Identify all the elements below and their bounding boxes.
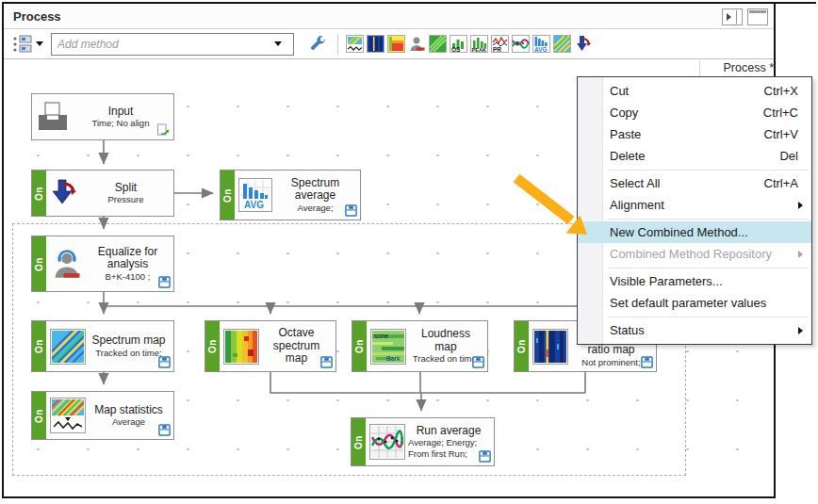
svg-text:Bark: Bark <box>386 355 401 362</box>
ratio-map-icon <box>532 329 568 365</box>
on-toggle[interactable]: On <box>221 171 235 219</box>
block-subtitle: Average; <box>275 203 355 213</box>
block-run-average[interactable]: On Run average Average; Energy; From fir… <box>351 417 495 466</box>
menu-item-visible-parameters[interactable]: Visible Parameters... <box>578 270 811 292</box>
block-title: Equalize for analysis <box>87 246 169 271</box>
save-icon[interactable] <box>641 356 653 368</box>
block-subtitle: Tracked on time; <box>89 348 169 358</box>
save-icon[interactable] <box>479 450 491 463</box>
map-statistics-icon <box>50 398 86 433</box>
block-subtitle-2: From first Run; <box>408 448 489 459</box>
block-spectrum-map[interactable]: On Spectrum map Tracked on time; <box>31 320 174 372</box>
save-icon[interactable] <box>158 276 171 288</box>
block-subtitle: Average <box>89 416 169 427</box>
split-icon <box>50 178 80 208</box>
menu-item-set-default-parameter-values[interactable]: Set default parameter values <box>578 292 811 314</box>
submenu-arrow-icon <box>798 202 803 209</box>
menu-item-new-combined-method[interactable]: New Combined Method... <box>578 221 811 243</box>
menu-item-copy[interactable]: CopyCtrl+C <box>578 102 811 123</box>
save-icon[interactable] <box>158 356 171 368</box>
octave-spectrum-map-icon <box>223 329 259 365</box>
link-edit-icon[interactable] <box>156 123 170 137</box>
block-title: Map statistics <box>89 404 169 416</box>
run-average-icon <box>369 424 405 460</box>
svg-text:sone: sone <box>374 333 388 339</box>
save-icon[interactable] <box>345 204 357 217</box>
on-toggle[interactable]: On <box>32 392 46 439</box>
save-icon[interactable] <box>472 356 484 368</box>
block-subtitle: Pressure <box>83 194 169 204</box>
block-subtitle: B+K-4100 ; <box>87 271 169 282</box>
block-subtitle: Average; Energy; <box>408 437 489 447</box>
input-tray-icon <box>36 101 70 133</box>
screenshot-root: Process <box>0 0 818 504</box>
save-icon[interactable] <box>158 424 171 436</box>
block-title: Loudness map <box>409 328 483 353</box>
save-icon[interactable] <box>320 356 333 368</box>
on-toggle[interactable]: On <box>32 171 46 216</box>
block-octave-spectrum-map[interactable]: On Octave spectrum map <box>204 320 336 372</box>
context-menu: CutCtrl+X CopyCtrl+C PasteCtrl+V DeleteD… <box>577 76 812 345</box>
on-toggle[interactable]: On <box>32 321 46 371</box>
on-toggle[interactable]: On <box>32 236 46 291</box>
submenu-arrow-icon <box>798 251 803 258</box>
menu-item-cut[interactable]: CutCtrl+X <box>578 80 811 102</box>
svg-text:AVG: AVG <box>244 200 264 210</box>
block-title: Spectrum map <box>89 334 169 347</box>
block-loudness-map[interactable]: On sone Bark Loudness map Tracked on tim… <box>352 320 488 372</box>
block-title: Input <box>73 106 169 118</box>
loudness-map-icon: sone Bark <box>370 329 406 365</box>
block-subtitle: Time; No align <box>73 118 169 128</box>
block-title: Spectrum average <box>275 177 355 203</box>
block-equalize-for-analysis[interactable]: On Equalize for analysis B+K-4100 ; <box>31 236 174 292</box>
submenu-arrow-icon <box>798 327 803 334</box>
block-subtitle: Not prominent; <box>571 357 651 367</box>
block-title: Split <box>83 182 169 194</box>
block-title: ratio map <box>571 344 651 356</box>
spectrum-map-icon <box>50 329 86 365</box>
on-toggle[interactable]: On <box>352 321 367 371</box>
equalize-person-icon <box>50 247 84 281</box>
on-toggle[interactable]: On <box>515 321 529 371</box>
menu-item-delete[interactable]: DeleteDel <box>578 145 811 167</box>
on-toggle[interactable]: On <box>352 418 366 465</box>
on-toggle[interactable]: On <box>205 321 220 371</box>
block-spectrum-average[interactable]: On AVG Spectrum average Average; <box>220 170 361 220</box>
menu-item-combined-method-repository[interactable]: Combined Method Repository <box>578 243 811 265</box>
block-title: Run average <box>408 425 489 437</box>
spectrum-average-icon: AVG <box>238 178 272 212</box>
block-split[interactable]: On Split Pressure <box>31 170 174 217</box>
menu-item-alignment[interactable]: Alignment <box>578 194 811 216</box>
block-map-statistics[interactable]: On Map statistics Average <box>31 391 174 440</box>
menu-item-select-all[interactable]: Select AllCtrl+A <box>578 172 811 194</box>
menu-item-paste[interactable]: PasteCtrl+V <box>578 123 811 145</box>
block-input[interactable]: Input Time; No align <box>31 93 174 140</box>
menu-item-status[interactable]: Status <box>578 319 811 341</box>
